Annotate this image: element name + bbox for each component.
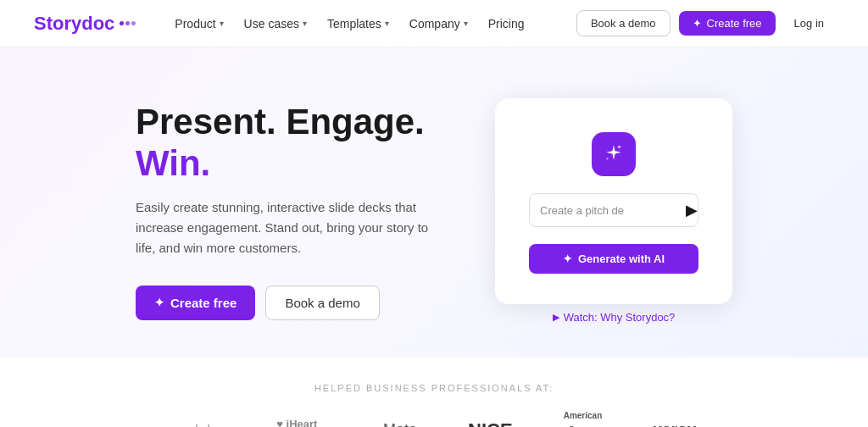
nav-create-free-button[interactable]: ✦ Create free [679, 11, 776, 36]
logos-label: HELPED BUSINESS PROFESSIONALS AT: [68, 383, 800, 393]
logo-xerox: xerox [653, 420, 696, 427]
hero-right: ▶ ✦ Generate with AI ▶ Watch: Why Storyd… [495, 98, 732, 324]
logo-iheart: ♥ iHeart MEDIA [276, 418, 317, 428]
chevron-down-icon: ▾ [464, 19, 468, 28]
nav-item-pricing[interactable]: Pricing [480, 12, 533, 36]
hero-buttons: ✦ Create free Book a demo [136, 286, 444, 320]
nav-item-product[interactable]: Product ▾ [166, 12, 231, 36]
hero-left: Present. Engage. Win. Easily create stun… [136, 102, 444, 320]
logo[interactable]: Storydoc [34, 13, 136, 35]
hero-section: Present. Engage. Win. Easily create stun… [0, 47, 868, 358]
watch-why-storydoc-link[interactable]: ▶ Watch: Why Storydoc? [553, 311, 676, 324]
hero-book-demo-button[interactable]: Book a demo [265, 286, 379, 320]
generate-ai-button[interactable]: ✦ Generate with AI [529, 244, 698, 274]
create-pitch-input[interactable] [540, 204, 682, 217]
play-icon: ▶ [553, 312, 559, 323]
logo-text: Storydoc [34, 13, 114, 35]
nav-links: Product ▾ Use cases ▾ Templates ▾ Compan… [166, 12, 576, 36]
logo-acs: American Cancer Society [564, 410, 603, 427]
logos-row: workday ♥ iHeart MEDIA ∞ Meta NICE Ameri… [68, 410, 800, 427]
card-input-row: ▶ [529, 193, 698, 227]
navbar: Storydoc Product ▾ Use cases ▾ Templates… [0, 0, 868, 47]
sparkle-icon: ✦ [154, 296, 164, 309]
chevron-down-icon: ▾ [220, 19, 224, 28]
ai-icon [592, 132, 636, 176]
svg-point-0 [618, 146, 620, 148]
sparkle-icon: ✦ [693, 17, 702, 30]
nav-item-use-cases[interactable]: Use cases ▾ [236, 12, 315, 36]
login-button[interactable]: Log in [784, 11, 834, 36]
sparkle-icon: ✦ [563, 252, 572, 265]
hero-subtext: Easily create stunning, interactive slid… [136, 197, 441, 258]
hero-create-free-button[interactable]: ✦ Create free [136, 286, 255, 320]
nav-book-demo-button[interactable]: Book a demo [576, 10, 670, 36]
logos-section: HELPED BUSINESS PROFESSIONALS AT: workda… [0, 358, 868, 427]
logo-workday: workday [172, 422, 225, 428]
logo-decoration [120, 21, 136, 25]
nav-item-company[interactable]: Company ▾ [401, 12, 476, 36]
nav-item-templates[interactable]: Templates ▾ [319, 12, 398, 36]
chevron-down-icon: ▾ [385, 19, 389, 28]
svg-point-1 [606, 158, 608, 159]
nav-actions: Book a demo ✦ Create free Log in [576, 10, 834, 36]
cursor-icon: ▶ [686, 201, 698, 219]
hero-card: ▶ ✦ Generate with AI [495, 98, 732, 304]
logo-meta: ∞ Meta [368, 421, 417, 427]
logo-nice: NICE [468, 419, 513, 428]
hero-headline: Present. Engage. Win. [136, 102, 444, 184]
chevron-down-icon: ▾ [303, 19, 307, 28]
